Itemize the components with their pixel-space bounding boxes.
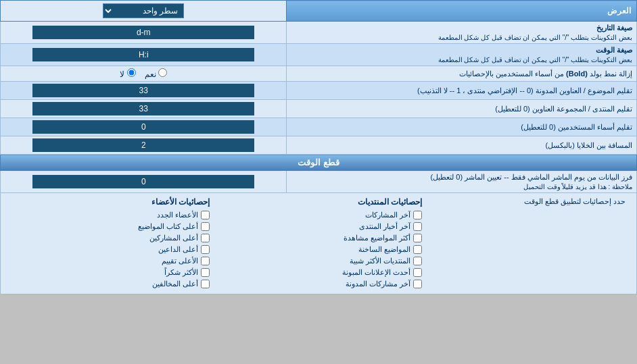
time-cutoff-label: فرز البيانات من يوم الماشر الماشي فقط --…	[287, 171, 637, 193]
checkbox-section-cell: حدد إحصائيات لتطبيق قطع الوقت إحصائيات ا…	[1, 193, 637, 294]
cb-hot-topics-label: المواضيع الساخنة	[358, 245, 410, 254]
limit-label-col: حدد إحصائيات لتطبيق قطع الوقت	[425, 196, 631, 291]
time-cutoff-row: فرز البيانات من يوم الماشر الماشي فقط --…	[1, 171, 637, 193]
time-format-note: بعض التكوينات يتطلب "/" التي يمكن ان تضا…	[291, 56, 632, 63]
cb-most-viewed: أكثر المواضيع مشاهدة	[215, 232, 422, 244]
forum-stats-header: إحصائيات المنتديات	[215, 197, 422, 207]
display-label: العرض	[287, 1, 637, 22]
cb-most-viewed-label: أكثر المواضيع مشاهدة	[344, 234, 410, 242]
time-cutoff-title: فرز البيانات من يوم الماشر الماشي فقط --…	[431, 173, 632, 181]
cb-popular-forums-label: المنتديات الأكثر شبية	[350, 257, 410, 265]
page-title: العرض	[607, 6, 631, 16]
cb-new-members-input[interactable]	[201, 211, 210, 219]
cb-hot-topics: المواضيع الساخنة	[215, 244, 422, 255]
cb-most-viewed-input[interactable]	[413, 234, 422, 242]
username-trim-input-cell	[1, 118, 287, 136]
cb-top-topics-input[interactable]	[201, 222, 210, 231]
cb-top-inviters-input[interactable]	[201, 245, 210, 254]
cb-announcements: أحدث الإعلانات المبونة	[215, 267, 422, 278]
forum-stats-col: إحصائيات المنتديات آخر المشاركات آخر أخب…	[212, 196, 425, 291]
cb-top-topics: أعلى كتاب المواضيع	[9, 221, 210, 232]
forum-trim-row: تقليم المنتدى / المجموعة العناوين (0 للت…	[1, 100, 637, 118]
cell-spacing-label: المسافة بين الخلايا (بالبكسل)	[287, 136, 637, 155]
cb-top-posters-input[interactable]	[201, 234, 210, 242]
username-trim-row: تقليم أسماء المستخدمين (0 للتعطيل)	[1, 118, 637, 136]
member-stats-col: إحصائيات الأعضاء الأعضاء الجدد أعلى كتاب…	[6, 196, 212, 291]
bold-radio-no-label[interactable]: لا	[120, 70, 135, 79]
cb-top-inviters: أعلى الداعين	[9, 244, 210, 255]
bold-label: إزالة نمط بولد (Bold) من أسماء المستخدمي…	[287, 66, 637, 82]
cb-top-warned-label: أعلى المخالفين	[152, 280, 198, 288]
cb-top-rated: الأعلى تقييم	[9, 255, 210, 267]
time-format-row: صيغة الوقت بعض التكوينات يتطلب "/" التي …	[1, 44, 637, 66]
bold-radio-cell: نعم لا	[1, 66, 287, 82]
time-section-header: قطع الوقت	[1, 155, 637, 171]
bold-title: إزالة نمط بولد (Bold) من أسماء المستخدمي…	[459, 70, 632, 78]
cell-spacing-title: المسافة بين الخلايا (بالبكسل)	[546, 141, 633, 149]
time-format-input[interactable]	[32, 48, 254, 61]
cb-last-posts-input[interactable]	[413, 211, 422, 219]
forum-stats-title: إحصائيات المنتديات	[358, 197, 422, 207]
time-section-title: قطع الوقت	[1, 155, 637, 171]
date-format-note: بعض التكوينات يتطلب "/" التي يمكن ان تضا…	[291, 34, 632, 41]
username-trim-label: تقليم أسماء المستخدمين (0 للتعطيل)	[287, 118, 637, 136]
display-select[interactable]: سطر واحد سطرين ثلاثة أسطر	[103, 3, 184, 18]
date-format-label: صيغة التاريخ بعض التكوينات يتطلب "/" الت…	[287, 22, 637, 44]
cb-last-posts-label: آخر المشاركات	[365, 211, 410, 219]
cb-top-warned-input[interactable]	[201, 280, 210, 288]
cb-hot-topics-input[interactable]	[413, 245, 422, 254]
username-trim-input[interactable]	[32, 120, 254, 134]
bold-radio-yes[interactable]	[158, 68, 167, 77]
display-input-cell: سطر واحد سطرين ثلاثة أسطر	[1, 1, 287, 22]
cb-top-rated-label: الأعلى تقييم	[162, 257, 198, 265]
date-format-input-cell	[1, 22, 287, 44]
time-section-label: قطع الوقت	[298, 157, 339, 167]
bold-radio-no[interactable]	[127, 68, 136, 77]
bold-row: إزالة نمط بولد (Bold) من أسماء المستخدمي…	[1, 66, 637, 82]
date-format-input[interactable]	[32, 26, 254, 39]
member-stats-header: إحصائيات الأعضاء	[9, 197, 210, 207]
cell-spacing-input[interactable]	[32, 138, 254, 152]
cell-spacing-input-cell	[1, 136, 287, 155]
forum-trim-label: تقليم المنتدى / المجموعة العناوين (0 للت…	[287, 100, 637, 118]
subject-trim-input[interactable]	[32, 84, 254, 97]
cb-forum-news-input[interactable]	[413, 222, 422, 231]
forum-trim-input-cell	[1, 100, 287, 118]
time-format-input-cell	[1, 44, 287, 66]
cb-top-rated-input[interactable]	[201, 257, 210, 265]
subject-trim-label: تقليم الموضوع / العناوين المدونة (0 -- ا…	[287, 82, 637, 100]
cb-top-warned: أعلى المخالفين	[9, 278, 210, 290]
cb-new-members-label: الأعضاء الجدد	[157, 211, 198, 219]
cb-forum-news: آخر أخبار المنتدى	[215, 221, 422, 232]
cb-top-topics-label: أعلى كتاب المواضيع	[138, 222, 198, 231]
cb-last-posts: آخر المشاركات	[215, 209, 422, 221]
date-format-row: صيغة التاريخ بعض التكوينات يتطلب "/" الت…	[1, 22, 637, 44]
cb-blog-posts-label: آخر مشاركات المدونة	[346, 280, 410, 288]
cb-new-members: الأعضاء الجدد	[9, 209, 210, 221]
forum-trim-input[interactable]	[32, 102, 254, 115]
cb-most-thanked-label: الأكثر شكراً	[164, 268, 198, 277]
time-format-title: صيغة الوقت	[596, 46, 632, 54]
subject-trim-row: تقليم الموضوع / العناوين المدونة (0 -- ا…	[1, 82, 637, 100]
cell-spacing-row: المسافة بين الخلايا (بالبكسل)	[1, 136, 637, 155]
member-stats-title: إحصائيات الأعضاء	[151, 197, 210, 207]
cb-forum-news-label: آخر أخبار المنتدى	[359, 222, 410, 231]
time-format-label: صيغة الوقت بعض التكوينات يتطلب "/" التي …	[287, 44, 637, 66]
checkbox-section-row: حدد إحصائيات لتطبيق قطع الوقت إحصائيات ا…	[1, 193, 637, 294]
cb-blog-posts-input[interactable]	[413, 280, 422, 288]
bold-radio-yes-label[interactable]: نعم	[143, 70, 168, 79]
cb-most-thanked-input[interactable]	[201, 268, 210, 277]
display-row: العرض سطر واحد سطرين ثلاثة أسطر	[1, 1, 637, 22]
cb-announcements-input[interactable]	[413, 268, 422, 277]
subject-trim-input-cell	[1, 82, 287, 100]
cb-blog-posts: آخر مشاركات المدونة	[215, 278, 422, 290]
date-format-title: صيغة التاريخ	[596, 24, 632, 32]
time-cutoff-input[interactable]	[32, 175, 254, 188]
subject-trim-title: تقليم الموضوع / العناوين المدونة (0 -- ا…	[417, 86, 632, 95]
time-cutoff-input-cell	[1, 171, 287, 193]
cb-top-posters-label: أعلى المشاركين	[149, 234, 198, 242]
cb-popular-forums-input[interactable]	[413, 257, 422, 265]
forum-trim-title: تقليم المنتدى / المجموعة العناوين (0 للت…	[495, 105, 632, 113]
cb-popular-forums: المنتديات الأكثر شبية	[215, 255, 422, 267]
time-cutoff-note: ملاحظة : هذا قد يزيد قليلاً وقت التحميل	[291, 183, 632, 190]
